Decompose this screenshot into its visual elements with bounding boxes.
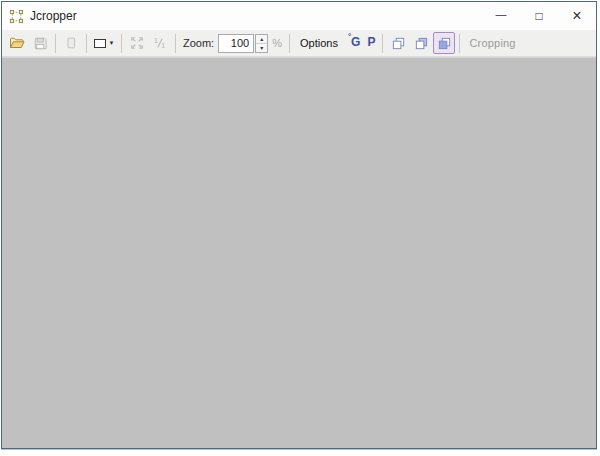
toolbar-separator <box>121 34 122 53</box>
view-mode-outline-button[interactable] <box>387 32 409 54</box>
preview-toggle-button[interactable]: P <box>364 32 378 54</box>
percent-label: % <box>269 37 285 49</box>
layers-outline-icon <box>391 36 406 51</box>
zoom-label: Zoom: <box>180 37 217 49</box>
svg-text:1: 1 <box>154 37 158 44</box>
layers-back-filled-icon <box>414 36 429 51</box>
close-icon: × <box>572 7 581 25</box>
grid-toggle-button[interactable]: ° G <box>345 32 364 54</box>
grid-toggle-letter: G <box>351 34 360 50</box>
toolbar: ▼ 1 1 Zoom: <box>2 30 596 57</box>
actual-size-button: 1 1 <box>149 32 171 54</box>
maximize-button[interactable]: □ <box>520 2 558 30</box>
toolbar-separator <box>382 34 383 53</box>
app-window: Jcropper — □ × <box>1 1 597 449</box>
view-mode-front-filled-button[interactable] <box>433 32 455 54</box>
toolbar-separator <box>55 34 56 53</box>
toolbar-separator <box>459 34 460 53</box>
page-icon <box>64 36 78 50</box>
toolbar-separator <box>86 34 87 53</box>
window-title: Jcropper <box>30 9 77 23</box>
chevron-down-icon: ▼ <box>109 40 115 46</box>
fit-to-window-button <box>126 32 148 54</box>
svg-text:1: 1 <box>161 42 165 49</box>
titlebar-left: Jcropper <box>2 9 482 24</box>
fit-to-window-icon <box>130 36 144 50</box>
layers-front-filled-icon <box>437 36 452 51</box>
save-floppy-icon <box>33 36 48 51</box>
zoom-value-input[interactable] <box>218 34 254 53</box>
minimize-button[interactable]: — <box>482 2 520 30</box>
app-icon <box>9 9 24 24</box>
titlebar[interactable]: Jcropper — □ × <box>2 2 596 30</box>
close-button[interactable]: × <box>558 2 596 30</box>
save-button <box>29 32 51 54</box>
zoom-spinbox: ▴ ▾ <box>218 34 268 53</box>
folder-open-icon <box>9 35 25 51</box>
options-button[interactable]: Options <box>294 32 344 54</box>
crop-action-button <box>60 32 82 54</box>
maximize-icon: □ <box>535 9 542 23</box>
zoom-decrease-button[interactable]: ▾ <box>256 43 267 52</box>
zoom-increase-button[interactable]: ▴ <box>256 35 267 43</box>
toolbar-separator <box>175 34 176 53</box>
rectangle-shape-icon <box>94 39 106 48</box>
zoom-spinner: ▴ ▾ <box>255 34 268 53</box>
mode-status-label: Cropping <box>464 37 515 49</box>
one-to-one-icon: 1 1 <box>153 36 167 50</box>
window-controls: — □ × <box>482 2 596 30</box>
preview-toggle-letter: P <box>367 34 375 50</box>
canvas-area[interactable] <box>2 57 596 448</box>
selection-shape-dropdown[interactable]: ▼ <box>91 32 117 54</box>
view-mode-back-filled-button[interactable] <box>410 32 432 54</box>
toolbar-separator <box>289 34 290 53</box>
minimize-icon: — <box>496 8 507 20</box>
open-file-button[interactable] <box>6 32 28 54</box>
